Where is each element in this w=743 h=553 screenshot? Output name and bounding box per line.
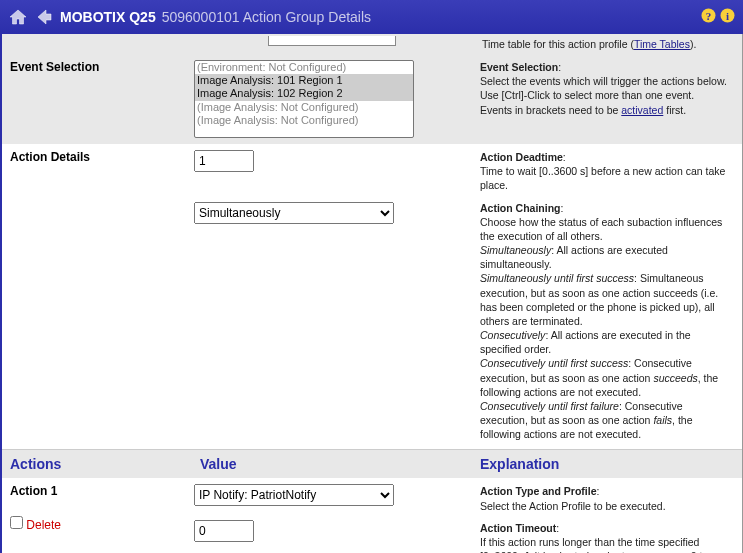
info-icon[interactable]: i xyxy=(720,8,735,26)
action-profile-select[interactable]: IP Notify: PatriotNotify xyxy=(194,484,394,506)
header-actions: Actions xyxy=(2,450,192,478)
activated-link[interactable]: activated xyxy=(621,104,663,116)
event-selection-help-title: Event Selection xyxy=(480,61,558,73)
chaining-help-intro: Choose how the status of each subaction … xyxy=(480,215,732,243)
action-type-help-title: Action Type and Profile xyxy=(480,485,596,497)
time-tables-link[interactable]: Time Tables xyxy=(634,38,690,50)
svg-text:i: i xyxy=(726,10,729,22)
home-icon[interactable] xyxy=(8,7,28,27)
action1-label: Action 1 xyxy=(10,484,184,498)
header-bar: MOBOTIX Q25 5096000101 Action Group Deta… xyxy=(0,0,743,34)
action-timeout-input[interactable] xyxy=(194,520,254,542)
time-table-note-row: Time table for this action profile (Time… xyxy=(2,34,742,54)
product-name: MOBOTIX Q25 xyxy=(60,9,156,25)
delete-label: Delete xyxy=(26,518,61,532)
action-chaining-select[interactable]: Simultaneously xyxy=(194,202,394,224)
event-selection-help-line1: Select the events which will trigger the… xyxy=(480,74,732,88)
page-title: 5096000101 Action Group Details xyxy=(162,9,371,25)
time-table-note-text: Time table for this action profile ( xyxy=(482,38,634,50)
action-timeout-help-text: If this action runs longer than the time… xyxy=(480,535,732,553)
event-selection-label: Event Selection xyxy=(2,54,192,144)
event-selection-help-line2: Use [Ctrl]-Click to select more than one… xyxy=(480,88,732,102)
chaining-help-title: Action Chaining xyxy=(480,202,561,214)
action-type-help-text: Select the Action Profile to be executed… xyxy=(480,499,732,513)
delete-action-control[interactable]: Delete xyxy=(10,516,184,532)
delete-checkbox[interactable] xyxy=(10,516,23,529)
action-timeout-help-title: Action Timeout xyxy=(480,522,556,534)
header-value: Value xyxy=(192,450,472,478)
event-selection-row: Event Selection (Environment: Not Config… xyxy=(2,54,742,144)
section-headers-row: Actions Value Explanation xyxy=(2,449,742,478)
action-details-label: Action Details xyxy=(2,144,192,449)
back-arrow-icon[interactable] xyxy=(34,7,54,27)
deadtime-help-text: Time to wait [0..3600 s] before a new ac… xyxy=(480,164,732,192)
event-selection-listbox[interactable]: (Environment: Not Configured)Image Analy… xyxy=(194,60,414,138)
action1-row: Action 1 Delete IP Notify: PatriotNotify… xyxy=(2,478,742,553)
action-deadtime-input[interactable] xyxy=(194,150,254,172)
header-explanation: Explanation xyxy=(472,450,742,478)
svg-text:?: ? xyxy=(706,10,712,22)
action-details-row: Action Details Simultaneously Action Dea… xyxy=(2,144,742,449)
deadtime-help-title: Action Deadtime xyxy=(480,151,563,163)
help-icon[interactable]: ? xyxy=(701,8,716,26)
